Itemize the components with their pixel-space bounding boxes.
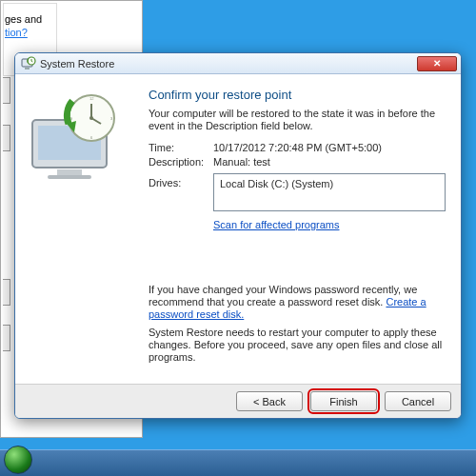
close-button[interactable]: ✕: [417, 56, 457, 71]
bg-text-link[interactable]: tion?: [5, 26, 55, 39]
bg-button-fragment: [3, 325, 10, 351]
password-text: If you have changed your Windows passwor…: [149, 284, 417, 307]
finish-button[interactable]: Finish: [310, 391, 377, 411]
scan-affected-link[interactable]: Scan for affected programs: [213, 219, 339, 230]
bg-button-fragment: [3, 279, 10, 306]
restore-illustration: 123 69: [25, 89, 137, 185]
close-icon: ✕: [433, 58, 441, 69]
heading: Confirm your restore point: [149, 88, 446, 102]
button-bar: < Back Finish Cancel: [15, 384, 461, 418]
svg-text:12: 12: [89, 96, 94, 101]
drives-listbox[interactable]: Local Disk (C:) (System): [213, 173, 446, 211]
drives-row: Drives: Local Disk (C:) (System): [149, 173, 446, 211]
description-row: Description: Manual: test: [149, 156, 446, 168]
intro-text: Your computer will be restored to the st…: [149, 108, 446, 132]
illustration-column: 123 69: [15, 74, 149, 384]
time-label: Time:: [149, 142, 213, 153]
taskbar[interactable]: [0, 449, 476, 476]
password-note: If you have changed your Windows passwor…: [149, 284, 446, 321]
svg-rect-5: [57, 169, 82, 175]
content-column: Confirm your restore point Your computer…: [149, 74, 461, 384]
time-value: 10/17/2012 7:20:48 PM (GMT+5:00): [213, 142, 446, 153]
title-text: System Restore: [40, 58, 114, 69]
svg-rect-1: [25, 68, 30, 69]
drives-label: Drives:: [149, 173, 213, 188]
titlebar[interactable]: System Restore ✕: [15, 53, 461, 74]
restart-note: System Restore needs to restart your com…: [149, 327, 446, 364]
time-row: Time: 10/17/2012 7:20:48 PM (GMT+5:00): [149, 142, 446, 153]
description-label: Description:: [149, 156, 213, 168]
system-restore-icon: [21, 56, 36, 71]
back-button[interactable]: < Back: [236, 391, 303, 411]
bg-text-line1: ges and: [5, 12, 55, 26]
bg-clipped-text: ges and tion?: [3, 9, 57, 43]
system-restore-dialog: System Restore ✕ 123 69: [14, 52, 462, 419]
svg-rect-6: [48, 175, 91, 179]
drives-item[interactable]: Local Disk (C:) (System): [220, 178, 439, 189]
description-value: Manual: test: [213, 156, 446, 168]
bg-button-fragment: [3, 125, 10, 151]
bg-button-fragment: [3, 77, 10, 104]
cancel-button[interactable]: Cancel: [385, 391, 451, 411]
start-button[interactable]: [4, 446, 32, 474]
